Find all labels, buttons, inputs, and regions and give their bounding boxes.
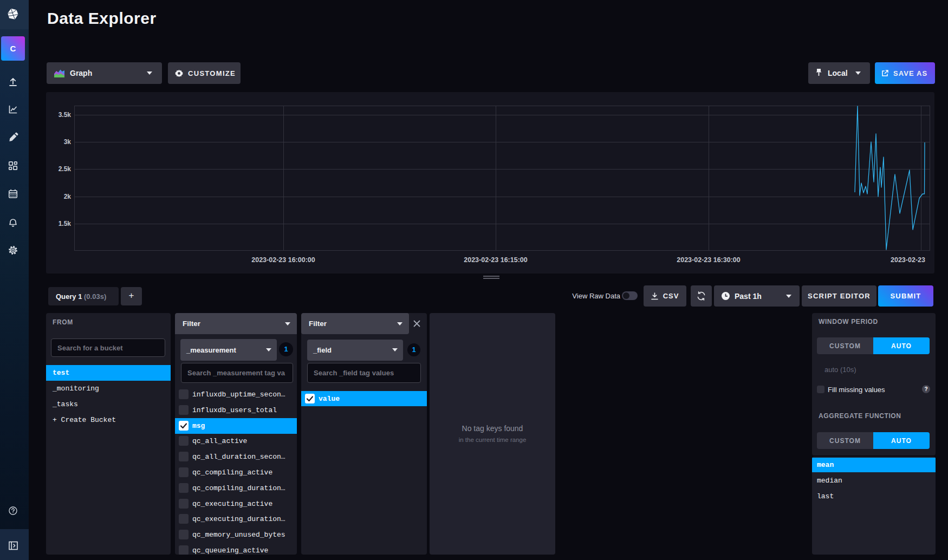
svg-text:2023-02-23 16:15:00: 2023-02-23 16:15:00 [464,256,527,264]
svg-text:2.5k: 2.5k [59,165,72,173]
svg-text:2023-02-23 16:30:00: 2023-02-23 16:30:00 [677,256,740,264]
svg-text:3k: 3k [64,138,72,146]
svg-text:2k: 2k [64,193,72,200]
svg-text:2023-02-23 16:00:00: 2023-02-23 16:00:00 [251,256,315,264]
svg-text:2023-02-23: 2023-02-23 [891,256,925,264]
svg-text:1.5k: 1.5k [59,220,72,227]
svg-text:3.5k: 3.5k [59,111,72,119]
